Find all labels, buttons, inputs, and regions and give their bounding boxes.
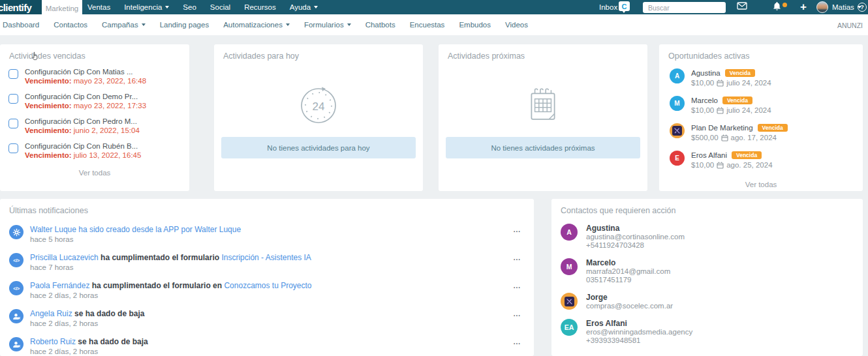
avatar: E xyxy=(670,151,685,166)
gear-icon xyxy=(9,225,23,239)
activity-row[interactable]: Configuración Cip Con Matias ... Vencimi… xyxy=(0,67,189,85)
opportunity-row[interactable]: A AgustinaVencida $10,00julio 24, 2024 xyxy=(659,68,863,88)
panel-contactos-requieren-accion: Contactos que requieren acción A Agustin… xyxy=(551,199,863,356)
notification-link[interactable]: Paola Fernández xyxy=(30,281,89,290)
due-label: Vencimiento: xyxy=(25,126,72,134)
notification-link[interactable]: Roberto Ruiz xyxy=(30,337,76,346)
due-date: junio 2, 2022, 15:04 xyxy=(74,126,140,134)
notification-link[interactable]: Walter Luque ha sido creado desde la APP… xyxy=(30,225,241,234)
activity-checkbox[interactable] xyxy=(8,69,18,79)
chevron-down-icon xyxy=(142,23,146,26)
activity-checkbox[interactable] xyxy=(8,143,18,153)
company-logo-avatar xyxy=(670,123,685,138)
notification-link[interactable]: Angela Ruiz xyxy=(30,309,72,318)
add-new-button[interactable]: + xyxy=(800,0,807,14)
activity-row[interactable]: Configuración Cip Con Pedro M... Vencimi… xyxy=(0,117,189,135)
due-label: Vencimiento: xyxy=(25,151,72,159)
subnav-item-campanas[interactable]: Campañas xyxy=(102,21,146,29)
panel-title: Actividades próximas xyxy=(439,44,647,61)
contact-row[interactable]: Jorge compras@socelec.com.ar xyxy=(551,293,863,310)
avatar: M xyxy=(561,258,578,275)
due-date: julio 13, 2022, 16:45 xyxy=(74,151,142,159)
mail-icon[interactable] xyxy=(736,2,747,10)
subnav-item-encuestas[interactable]: Encuestas xyxy=(410,21,445,29)
opportunity-row[interactable]: E Eros AlfaniVencida $10,00ago. 25, 2024 xyxy=(659,151,863,170)
notification-time: hace 2 días, 2 horas xyxy=(30,348,507,355)
panel-actividades-para-hoy: Actividades para hoy No tienes actividad… xyxy=(214,44,423,191)
notification-link[interactable]: Inscripción - Asistentes IA xyxy=(221,253,311,262)
due-date: mayo 23, 2022, 16:48 xyxy=(74,77,146,85)
activity-checkbox[interactable] xyxy=(8,119,18,128)
panel-actividades-vencidas: Actividades vencidas Configuración Cip C… xyxy=(0,44,189,191)
user-unsubscribed-icon xyxy=(9,337,23,351)
topnav-item-ventas[interactable]: Ventas xyxy=(87,3,110,11)
row-menu-icon[interactable]: ... xyxy=(514,254,521,261)
notification-time: hace 5 horas xyxy=(30,235,507,243)
notification-row: </> Paola Fernández ha cumplimentado el … xyxy=(0,281,534,299)
panel-title: Actividades para hoy xyxy=(214,44,423,61)
clock-24-icon xyxy=(214,85,423,126)
help-icon[interactable]: ? xyxy=(858,3,867,12)
subnav-item-videos[interactable]: Videos xyxy=(505,21,528,29)
clientify-logo[interactable]: clientify xyxy=(0,0,42,14)
view-all-link[interactable]: Ver todas xyxy=(0,169,189,177)
subnav-item-contactos[interactable]: Contactos xyxy=(54,21,87,29)
empty-state-banner: No tienes actividades próximas xyxy=(446,137,640,158)
search-input[interactable] xyxy=(643,2,726,13)
notification-row: Roberto Ruiz se ha dado de baja hace 2 d… xyxy=(0,337,534,355)
opportunity-row[interactable]: M MarceloVencida $10,00julio 24, 2024 xyxy=(659,96,863,115)
row-menu-icon[interactable]: ... xyxy=(514,338,521,346)
clientify-chat-icon[interactable]: C xyxy=(619,1,630,11)
subnav-item-embudos[interactable]: Embudos xyxy=(459,21,491,29)
calendar-mini-icon xyxy=(717,107,724,114)
contact-row[interactable]: M Marcelo marrafa2014@gmail.com 03517451… xyxy=(551,258,863,284)
topnav-item-social[interactable]: Social xyxy=(210,3,230,11)
calendar-icon xyxy=(439,85,647,126)
subnav-item-formularios[interactable]: Formularios xyxy=(304,21,351,29)
chevron-down-icon xyxy=(347,23,351,26)
topnav-menu: Ventas Inteligencia Seo Social Recursos … xyxy=(87,0,318,14)
contact-row[interactable]: EA Eros Alfani eros@winningadsmedia.agen… xyxy=(551,319,863,345)
user-avatar[interactable] xyxy=(816,1,828,13)
contact-phone: +5411924703428 xyxy=(586,241,685,250)
activity-row[interactable]: Configuración Cip Con Rubén B... Vencimi… xyxy=(0,141,189,160)
topnav-tab-marketing[interactable]: Marketing xyxy=(42,0,82,17)
topnav-item-seo[interactable]: Seo xyxy=(183,3,196,11)
contact-email: agustina@cortinasonline.com xyxy=(586,233,685,241)
notification-time: hace 2 días, 2 horas xyxy=(30,319,507,327)
calendar-mini-icon xyxy=(717,80,724,87)
subnav-item-automatizaciones[interactable]: Automatizaciones xyxy=(223,21,290,29)
row-menu-icon[interactable]: ... xyxy=(514,310,521,318)
avatar: EA xyxy=(561,319,578,336)
notifications-bell-icon[interactable] xyxy=(771,1,782,11)
chevron-down-icon xyxy=(286,23,290,26)
topnav-item-inteligencia[interactable]: Inteligencia xyxy=(124,3,169,11)
activity-checkbox[interactable] xyxy=(8,94,18,104)
row-menu-icon[interactable]: ... xyxy=(514,226,521,233)
empty-state-banner: No tienes actividades para hoy xyxy=(221,137,416,158)
subnav-item-chatbots[interactable]: Chatbots xyxy=(365,21,395,29)
panel-oportunidades-activas: Oportunidades activas A AgustinaVencida … xyxy=(659,44,863,191)
panel-title: Actividades vencidas xyxy=(0,44,189,61)
notification-link[interactable]: Priscilla Lucazevich xyxy=(30,253,99,262)
chevron-down-icon xyxy=(165,6,169,8)
view-all-link[interactable]: Ver todas xyxy=(659,181,863,188)
anunzi-link[interactable]: ANUNZI xyxy=(837,22,863,29)
subnav-item-landing-pages[interactable]: Landing pages xyxy=(160,21,209,29)
marketing-subnav: Dashboard Contactos Campañas Landing pag… xyxy=(0,14,868,35)
notification-row: </> Priscilla Lucazevich ha cumplimentad… xyxy=(0,253,534,271)
form-code-icon: </> xyxy=(9,281,23,295)
activity-row[interactable]: Configuración Cip Con Demo Pr... Vencimi… xyxy=(0,92,189,110)
top-navbar: clientify Marketing Ventas Inteligencia … xyxy=(0,0,868,14)
contact-row[interactable]: A Agustina agustina@cortinasonline.com +… xyxy=(551,224,863,250)
inbox-link[interactable]: Inbox xyxy=(599,3,617,11)
notification-link[interactable]: Conozcamos tu Proyecto xyxy=(224,281,311,290)
topnav-item-ayuda[interactable]: Ayuda xyxy=(290,3,318,11)
status-badge: Vencida xyxy=(758,124,788,132)
notification-time: hace 2 días, 2 horas xyxy=(30,291,507,299)
opportunity-row[interactable]: Plan De MarketingVencida $500,00ago. 17,… xyxy=(659,123,863,143)
subnav-item-dashboard[interactable]: Dashboard xyxy=(3,21,39,29)
topnav-item-recursos[interactable]: Recursos xyxy=(244,3,276,11)
row-menu-icon[interactable]: ... xyxy=(514,282,521,289)
contact-phone: +393933948581 xyxy=(586,336,692,345)
